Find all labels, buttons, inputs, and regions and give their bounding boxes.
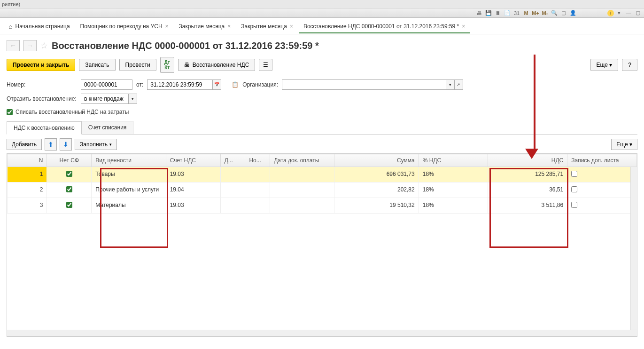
cell-acct[interactable]: 19.03 <box>166 167 220 182</box>
cell-nds[interactable]: 3 511,86 <box>488 198 567 214</box>
calendar-icon[interactable]: 31 <box>512 9 521 17</box>
org-input[interactable] <box>282 79 446 90</box>
add-row-button[interactable]: Добавить <box>7 139 42 150</box>
cell-nds[interactable]: 36,51 <box>488 182 567 198</box>
cell-paydate[interactable] <box>270 198 334 214</box>
cell-extra[interactable] <box>567 182 637 198</box>
cell-n[interactable]: 2 <box>8 182 47 198</box>
cell-n[interactable]: 3 <box>8 198 47 214</box>
doc-icon[interactable]: 📄 <box>503 9 512 17</box>
move-down-button[interactable]: ⬇ <box>60 138 72 151</box>
inner-tab-vat[interactable]: НДС к восстановлению <box>7 121 82 135</box>
cell-sum[interactable]: 696 031,73 <box>334 167 419 182</box>
table-row[interactable]: 2Прочие работы и услуги19.04202,8218%36,… <box>8 182 637 198</box>
org-open-button[interactable]: ↗ <box>455 79 463 90</box>
cell-extra[interactable] <box>567 198 637 214</box>
extra-checkbox[interactable] <box>571 171 577 177</box>
reflect-dropdown-button[interactable]: ▾ <box>129 94 137 104</box>
nosf-checkbox[interactable] <box>66 171 72 177</box>
th-paydate[interactable]: Дата док. оплаты <box>270 154 334 167</box>
cell-sum[interactable]: 202,82 <box>334 182 419 198</box>
th-extra[interactable]: Запись доп. листа <box>567 154 637 167</box>
cell-n[interactable]: 1 <box>8 167 47 182</box>
more-button[interactable]: Еще ▾ <box>590 59 619 71</box>
nav-back-button[interactable]: ← <box>7 40 20 51</box>
close-icon[interactable]: × <box>462 23 465 30</box>
scrollbar-horizontal[interactable] <box>7 330 637 336</box>
table-row[interactable]: 1Товары19.03696 031,7318%125 285,71 <box>8 167 637 182</box>
number-input[interactable] <box>81 79 132 90</box>
th-sum[interactable]: Сумма <box>334 154 419 167</box>
help-button[interactable]: ? <box>622 59 637 71</box>
cell-no[interactable] <box>245 167 270 182</box>
save-button[interactable]: Записать <box>79 59 115 71</box>
cell-acct[interactable]: 19.03 <box>166 198 220 214</box>
fill-button[interactable]: Заполнить ▾ <box>75 139 117 150</box>
cell-sum[interactable]: 19 510,32 <box>334 198 419 214</box>
writeoff-checkbox[interactable] <box>7 109 13 115</box>
nosf-checkbox[interactable] <box>66 186 72 192</box>
cell-d[interactable] <box>220 167 245 182</box>
tab-close-month-2[interactable]: Закрытие месяца× <box>236 20 298 33</box>
submit-button[interactable]: Провести <box>119 59 156 71</box>
reflect-input[interactable] <box>81 94 129 104</box>
th-d[interactable]: Д... <box>220 154 245 167</box>
info-icon[interactable]: i <box>607 10 614 16</box>
panel-icon[interactable]: ▢ <box>559 9 568 17</box>
th-kind[interactable]: Вид ценности <box>92 154 166 167</box>
favorite-icon[interactable]: ☆ <box>40 40 48 51</box>
minimize-icon[interactable]: — <box>624 9 633 17</box>
cell-acct[interactable]: 19.04 <box>166 182 220 198</box>
th-acct[interactable]: Счет НДС <box>166 154 220 167</box>
m-icon[interactable]: M <box>522 9 530 17</box>
cell-extra[interactable] <box>567 167 637 182</box>
org-dropdown-button[interactable]: ▾ <box>446 79 455 90</box>
cell-paydate[interactable] <box>270 167 334 182</box>
m-minus-icon[interactable]: M- <box>541 9 549 17</box>
cell-nds[interactable]: 125 285,71 <box>488 167 567 182</box>
structure-button[interactable]: ☰ <box>259 59 272 71</box>
date-input[interactable] <box>147 79 213 90</box>
report-button[interactable]: 🖶Восстановление НДС <box>178 59 256 71</box>
cell-no[interactable] <box>245 198 270 214</box>
cell-kind[interactable]: Товары <box>92 167 166 182</box>
th-nosf[interactable]: Нет СФ <box>47 154 92 167</box>
m-plus-icon[interactable]: M+ <box>531 9 540 17</box>
print-icon[interactable]: 🖶 <box>475 9 483 17</box>
save-icon[interactable]: 💾 <box>484 9 493 17</box>
move-up-button[interactable]: ⬆ <box>45 138 57 151</box>
cell-paydate[interactable] <box>270 182 334 198</box>
zoom-icon[interactable]: 🔍 <box>550 9 559 17</box>
cell-nosf[interactable] <box>47 198 92 214</box>
cell-vatpct[interactable]: 18% <box>419 182 488 198</box>
tab-vat-restore[interactable]: Восстановление НДС 0000-000001 от 31.12.… <box>299 20 470 33</box>
tab-close-month-1[interactable]: Закрытие месяца× <box>174 20 236 33</box>
extra-checkbox[interactable] <box>571 186 577 192</box>
nav-forward-button[interactable]: → <box>23 40 37 51</box>
dropdown-icon[interactable]: ▾ <box>615 9 623 17</box>
th-n[interactable]: N <box>8 154 47 167</box>
inner-tab-account[interactable]: Счет списания <box>81 121 134 134</box>
submit-close-button[interactable]: Провести и закрыть <box>7 59 75 71</box>
th-nds[interactable]: НДС <box>488 154 567 167</box>
cell-no[interactable] <box>245 182 270 198</box>
cell-kind[interactable]: Материалы <box>92 198 166 214</box>
cell-vatpct[interactable]: 18% <box>419 198 488 214</box>
maximize-icon[interactable]: ▢ <box>634 9 642 17</box>
cell-kind[interactable]: Прочие работы и услуги <box>92 182 166 198</box>
table-more-button[interactable]: Еще ▾ <box>611 139 637 150</box>
cell-nosf[interactable] <box>47 182 92 198</box>
close-icon[interactable]: × <box>165 23 169 30</box>
tab-usn[interactable]: Помощник по переходу на УСН× <box>76 20 173 33</box>
th-no[interactable]: Но... <box>245 154 270 167</box>
cell-d[interactable] <box>220 182 245 198</box>
extra-checkbox[interactable] <box>571 202 577 208</box>
tab-home[interactable]: ⌂Начальная страница <box>4 20 75 34</box>
scrollbar-vertical[interactable] <box>630 167 637 330</box>
th-vatpct[interactable]: % НДС <box>419 154 488 167</box>
cell-d[interactable] <box>220 198 245 214</box>
close-icon[interactable]: × <box>227 23 231 30</box>
calendar-button[interactable]: 📅 <box>213 79 221 90</box>
cell-vatpct[interactable]: 18% <box>419 167 488 182</box>
copy-icon[interactable]: 📋 <box>232 81 239 88</box>
